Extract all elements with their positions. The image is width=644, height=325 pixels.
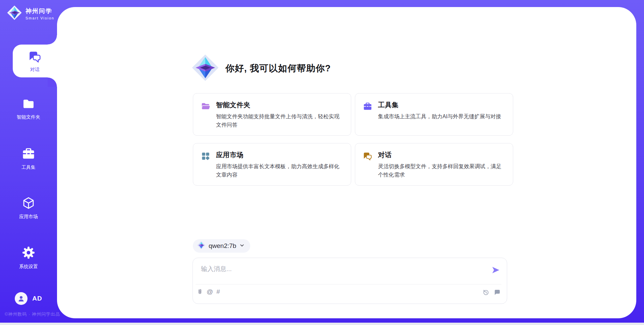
- user-account[interactable]: AD: [0, 292, 57, 305]
- tab-fillet-bottom: [48, 77, 57, 87]
- model-name: qwen2:7b: [209, 242, 236, 250]
- attachment-icon: [197, 288, 203, 296]
- card-description: 应用市场提供丰富长文本模板，助力高效生成多样化文章内容: [216, 162, 343, 179]
- avatar: [15, 292, 28, 305]
- sidebar-item-app-market[interactable]: 应用市场: [0, 194, 57, 221]
- app-grid-icon: [201, 150, 211, 179]
- toolbox-icon: [21, 146, 36, 162]
- cube-icon: [21, 196, 36, 211]
- greeting: 你好, 我可以如何帮助你?: [191, 54, 331, 83]
- model-selector[interactable]: qwen2:7b: [193, 239, 250, 253]
- hash-icon: #: [216, 288, 220, 296]
- bottom-edge: [0, 323, 644, 325]
- card-title: 工具集: [378, 101, 501, 110]
- card-title: 对话: [378, 150, 505, 159]
- copyright-footer: ©神州数码 · 神州问学出品: [5, 311, 60, 317]
- sidebar-item-settings[interactable]: 系统设置: [0, 244, 57, 271]
- mention-icon: @: [207, 288, 213, 296]
- sidebar-item-label: 应用市场: [19, 214, 38, 220]
- composer-divider: [196, 284, 501, 284]
- sidebar-item-chat[interactable]: 对话: [13, 45, 57, 77]
- card-app-market[interactable]: 应用市场 应用市场提供丰富长文本模板，助力高效生成多样化文章内容: [193, 143, 351, 186]
- brand-logo-icon: [7, 5, 22, 22]
- history-icon: [482, 289, 489, 296]
- history-button[interactable]: [482, 289, 489, 296]
- feature-cards: 智能文件夹 智能文件夹功能支持批量文件上传与清洗，轻松实现文件问答 工具集 集成…: [193, 93, 513, 186]
- card-description: 灵活切换多模型文件，支持多样回复效果调试，满足个性化需求: [378, 162, 505, 179]
- card-description: 智能文件夹功能支持批量文件上传与清洗，轻松实现文件问答: [216, 113, 343, 129]
- card-description: 集成市场上主流工具，助力AI与外界无缝扩展与对接: [378, 113, 501, 121]
- chat-bubbles-icon: [28, 50, 42, 65]
- chat-square-icon: [494, 289, 501, 296]
- chat-bubbles-icon: [363, 150, 373, 179]
- app-window: 神州问学 Smart Vision 对话 智能文件夹: [0, 0, 644, 325]
- sidebar-item-label: 智能文件夹: [17, 114, 40, 120]
- brand-subtitle: Smart Vision: [25, 16, 54, 20]
- message-composer: @ #: [193, 258, 507, 304]
- card-smart-folder[interactable]: 智能文件夹 智能文件夹功能支持批量文件上传与清洗，轻松实现文件问答: [193, 93, 351, 136]
- mention-button[interactable]: @: [207, 288, 213, 296]
- message-input[interactable]: [201, 263, 463, 275]
- composer-tools-left: @ #: [197, 288, 220, 296]
- sidebar-item-label: 工具集: [21, 165, 36, 171]
- chevron-down-icon: [239, 243, 245, 250]
- card-title: 应用市场: [216, 150, 343, 159]
- greeting-title: 你好, 我可以如何帮助你?: [225, 62, 331, 74]
- composer-tools-right: [482, 289, 501, 296]
- hash-button[interactable]: #: [216, 288, 220, 296]
- folder-open-icon: [201, 101, 211, 129]
- send-button[interactable]: [491, 265, 501, 275]
- sidebar-item-smart-folder[interactable]: 智能文件夹: [0, 95, 57, 122]
- greeting-logo-icon: [191, 54, 219, 83]
- chat-square-button[interactable]: [494, 289, 501, 296]
- brand-name: 神州问学: [25, 7, 54, 15]
- brand: 神州问学 Smart Vision: [7, 5, 54, 22]
- sidebar-item-label: 系统设置: [19, 264, 38, 270]
- card-title: 智能文件夹: [216, 101, 343, 110]
- send-icon: [491, 265, 500, 275]
- gear-icon: [21, 245, 36, 261]
- toolbox-icon: [363, 101, 373, 129]
- card-toolbox[interactable]: 工具集 集成市场上主流工具，助力AI与外界无缝扩展与对接: [355, 93, 513, 136]
- attachment-button[interactable]: [197, 288, 203, 296]
- model-logo-icon: [197, 241, 206, 251]
- sidebar-item-label: 对话: [30, 67, 40, 73]
- folder-icon: [21, 97, 36, 112]
- card-chat[interactable]: 对话 灵活切换多模型文件，支持多样回复效果调试，满足个性化需求: [355, 143, 513, 186]
- tab-fillet-top: [48, 35, 57, 45]
- user-avatar-icon: [17, 294, 25, 303]
- sidebar-item-toolbox[interactable]: 工具集: [0, 144, 57, 172]
- user-initials: AD: [32, 295, 42, 302]
